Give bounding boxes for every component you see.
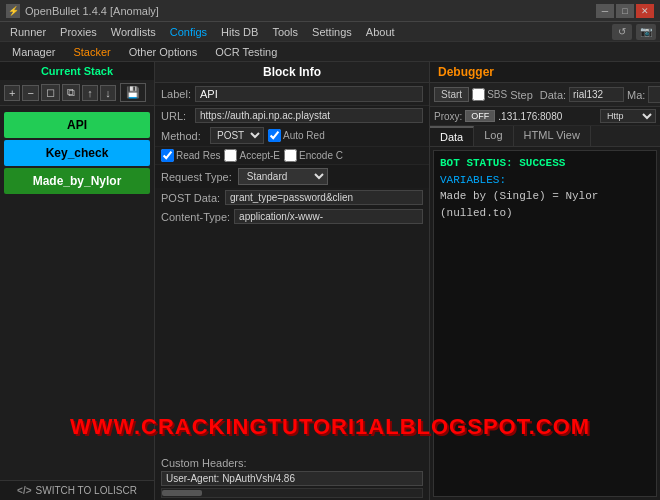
left-panel: Current Stack + − ◻ ⧉ ↑ ↓ 💾 API Key_chec… <box>0 62 155 500</box>
proxy-toggle-button[interactable]: OFF <box>465 110 495 122</box>
save-button[interactable]: 💾 <box>120 83 146 102</box>
menu-bar: Runner Proxies Wordlists Configs Hits DB… <box>0 22 660 42</box>
label-row: Label: <box>155 83 429 106</box>
url-row: URL: <box>155 106 429 125</box>
center-panel: Block Info Label: URL: Method: POST GET … <box>155 62 430 500</box>
remove-block-button[interactable]: − <box>22 85 38 101</box>
variables-line: VARIABLES: <box>440 172 650 189</box>
close-button[interactable]: ✕ <box>636 4 654 18</box>
request-type-row: Request Type: Standard Cloudflare <box>155 165 429 188</box>
proxy-row: Proxy: OFF .131.176:8080 Http Socks4 Soc… <box>430 107 660 126</box>
move-up-button[interactable]: ↑ <box>82 85 98 101</box>
menu-runner[interactable]: Runner <box>4 22 52 41</box>
data-label: Data: <box>540 89 566 101</box>
method-row: Method: POST GET Auto Red <box>155 125 429 147</box>
stack-list: API Key_check Made_by_Nylor <box>0 106 154 480</box>
sbs-checkbox[interactable] <box>472 88 485 101</box>
encode-content-checkbox[interactable] <box>284 149 297 162</box>
minimize-button[interactable]: ─ <box>596 4 614 18</box>
request-type-select[interactable]: Standard Cloudflare <box>238 168 328 185</box>
read-response-label: Read Res <box>176 150 220 161</box>
submenu-manager[interactable]: Manager <box>4 42 63 61</box>
sbs-label: SBS <box>487 89 507 100</box>
debugger-tabs: Data Log HTML View <box>430 126 660 147</box>
sbs-wrap: SBS <box>472 88 507 101</box>
encode-content-wrap: Encode C <box>284 149 343 162</box>
content-type-row: Content-Type: <box>155 207 429 226</box>
submenu-other-options[interactable]: Other Options <box>121 42 205 61</box>
menu-settings[interactable]: Settings <box>306 22 358 41</box>
main-area: Current Stack + − ◻ ⧉ ↑ ↓ 💾 API Key_chec… <box>0 62 660 500</box>
custom-headers-input[interactable] <box>161 471 423 486</box>
auto-redirect-label: Auto Red <box>283 130 325 141</box>
stack-item-keycheck[interactable]: Key_check <box>4 140 150 166</box>
title-text: OpenBullet 1.4.4 [Anomaly] <box>25 5 596 17</box>
label-field-label: Label: <box>161 88 191 100</box>
camera-icon[interactable]: 📷 <box>636 24 656 40</box>
accept-encoding-checkbox[interactable] <box>224 149 237 162</box>
stack-item-api[interactable]: API <box>4 112 150 138</box>
nulled-line: (nulled.to) <box>440 205 650 222</box>
content-type-input[interactable] <box>234 209 423 224</box>
menu-configs[interactable]: Configs <box>164 22 213 41</box>
duplicate-block-button[interactable]: ⧉ <box>62 84 80 101</box>
debugger-output: BOT STATUS: SUCCESS VARIABLES: Made by (… <box>433 150 657 497</box>
app-icon: ⚡ <box>6 4 20 18</box>
auto-redirect-wrap: Auto Red <box>268 129 325 142</box>
read-response-checkbox[interactable] <box>161 149 174 162</box>
stack-item-made[interactable]: Made_by_Nylor <box>4 168 150 194</box>
window-controls: ─ □ ✕ <box>596 4 654 18</box>
label-input[interactable] <box>195 86 423 102</box>
method-select[interactable]: POST GET <box>210 127 264 144</box>
content-type-label: Content-Type: <box>161 211 230 223</box>
submenu-ocr-testing[interactable]: OCR Testing <box>207 42 285 61</box>
method-label: Method: <box>161 130 206 142</box>
accept-encoding-wrap: Accept-E <box>224 149 280 162</box>
right-panel: Debugger Start SBS Step Data: Ma: Proxy:… <box>430 62 660 500</box>
tab-log[interactable]: Log <box>474 126 513 146</box>
proxy-label: Proxy: <box>434 111 462 122</box>
scrollbar-thumb <box>162 490 202 496</box>
code-icon: </> <box>17 485 31 496</box>
submenu-stacker[interactable]: Stacker <box>65 42 118 61</box>
debugger-controls: Start SBS Step Data: Ma: <box>430 83 660 107</box>
url-input[interactable] <box>195 108 423 123</box>
menu-wordlists[interactable]: Wordlists <box>105 22 162 41</box>
step-label: Step <box>510 89 533 101</box>
accept-encoding-label: Accept-E <box>239 150 280 161</box>
menu-proxies[interactable]: Proxies <box>54 22 103 41</box>
url-label: URL: <box>161 110 191 122</box>
options-row: Read Res Accept-E Encode C <box>155 147 429 165</box>
move-down-button[interactable]: ↓ <box>100 85 116 101</box>
start-button[interactable]: Start <box>434 87 469 102</box>
menu-hitsdb[interactable]: Hits DB <box>215 22 264 41</box>
post-data-label: POST Data: <box>161 192 221 204</box>
copy-block-button[interactable]: ◻ <box>41 84 60 101</box>
ma-select[interactable] <box>648 86 660 103</box>
horizontal-scrollbar[interactable] <box>161 488 423 498</box>
refresh-icon[interactable]: ↺ <box>612 24 632 40</box>
auto-redirect-checkbox[interactable] <box>268 129 281 142</box>
current-stack-header: Current Stack <box>0 62 154 80</box>
ma-label: Ma: <box>627 89 645 101</box>
sub-menu-bar: Manager Stacker Other Options OCR Testin… <box>0 42 660 62</box>
request-type-label: Request Type: <box>161 171 232 183</box>
made-by-line: Made by (Single) = Nylor <box>440 188 650 205</box>
menu-tools[interactable]: Tools <box>266 22 304 41</box>
maximize-button[interactable]: □ <box>616 4 634 18</box>
add-block-button[interactable]: + <box>4 85 20 101</box>
switch-loliscript-button[interactable]: </> SWITCH TO LOLISCR <box>0 480 154 500</box>
menu-right-icons: ↺ 📷 <box>612 24 656 40</box>
title-bar: ⚡ OpenBullet 1.4.4 [Anomaly] ─ □ ✕ <box>0 0 660 22</box>
read-response-wrap: Read Res <box>161 149 220 162</box>
tab-data[interactable]: Data <box>430 126 474 146</box>
post-data-input[interactable] <box>225 190 423 205</box>
proxy-type-select[interactable]: Http Socks4 Socks5 <box>600 109 656 123</box>
stack-toolbar: + − ◻ ⧉ ↑ ↓ 💾 <box>0 80 154 106</box>
custom-headers-label: Custom Headers: <box>155 455 429 471</box>
tab-html-view[interactable]: HTML View <box>514 126 591 146</box>
block-info-header: Block Info <box>155 62 429 83</box>
data-input[interactable] <box>569 87 624 102</box>
post-data-row: POST Data: <box>155 188 429 207</box>
menu-about[interactable]: About <box>360 22 401 41</box>
